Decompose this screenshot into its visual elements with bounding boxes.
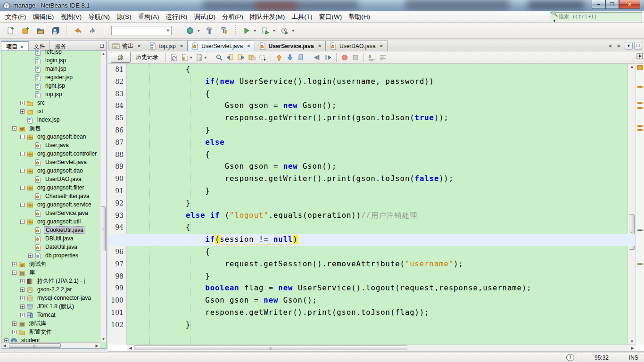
line-number[interactable]: 84: [108, 100, 126, 112]
editor-tab-top.jsp[interactable]: top.jsp✕: [145, 41, 188, 51]
expand-icon[interactable]: +: [20, 288, 25, 292]
tree-item-label[interactable]: 源包: [28, 124, 42, 132]
open-project-button[interactable]: [34, 24, 47, 37]
close-icon[interactable]: ✕: [137, 43, 141, 49]
source-view-button[interactable]: 源: [111, 52, 131, 63]
line-number[interactable]: 89: [108, 161, 126, 173]
error-stripe-mark[interactable]: [637, 263, 643, 265]
code-line[interactable]: }: [127, 197, 636, 210]
find-prev-button[interactable]: [225, 53, 235, 62]
line-number[interactable]: 85: [108, 112, 126, 124]
scroll-right-icon[interactable]: ▶: [94, 343, 100, 349]
line-number[interactable]: 82: [108, 76, 126, 88]
tree-item[interactable]: +测试库: [1, 319, 100, 328]
scroll-down-icon[interactable]: ▼: [100, 336, 107, 342]
tree-item-label[interactable]: txt: [36, 108, 45, 115]
tree-item[interactable]: -org.guangsoft.bean: [1, 132, 100, 141]
menu-item[interactable]: 帮助(H): [345, 11, 373, 23]
editor-horizontal-scrollbar[interactable]: ◀ ||| ▶: [127, 345, 636, 351]
error-stripe[interactable]: [636, 64, 644, 345]
code-line[interactable]: {: [127, 246, 636, 258]
new-project-button[interactable]: [19, 24, 32, 37]
tree-item[interactable]: +Tomcat: [1, 311, 100, 319]
tree-horizontal-scrollbar[interactable]: ◀ ||| ▶: [1, 342, 100, 348]
shift-left-button[interactable]: [313, 53, 322, 62]
tree-item-label[interactable]: UserServlet.java: [44, 159, 88, 165]
dropdown-arrow-icon[interactable]: ▾: [190, 55, 192, 60]
tree-item[interactable]: +right.jsp: [1, 82, 100, 90]
highlight-button[interactable]: [247, 53, 256, 62]
line-number[interactable]: 81: [108, 64, 126, 76]
tree-item-label[interactable]: org.guangsoft.bean: [36, 133, 87, 140]
editor-tab-UserServlet.java[interactable]: UserServlet.java✕: [187, 41, 255, 51]
menu-item[interactable]: 文件(F): [2, 11, 29, 23]
tree-item[interactable]: -org.guangsoft.filter: [1, 183, 100, 192]
line-number[interactable]: 83: [108, 88, 126, 100]
tree-item-label[interactable]: UserService.java: [44, 210, 90, 216]
split-window-icon[interactable]: [636, 53, 643, 59]
tree-item-label[interactable]: org.guangsoft.controller: [36, 150, 98, 157]
tree-item-label[interactable]: CookieUtil.java: [44, 226, 85, 234]
collapse-icon[interactable]: -: [20, 186, 25, 190]
collapse-icon[interactable]: -: [20, 169, 25, 173]
line-number[interactable]: 97: [108, 258, 126, 271]
expand-icon[interactable]: +: [12, 321, 17, 326]
tree-item-label[interactable]: gson-2.2.2.jar: [36, 286, 73, 293]
tree-item[interactable]: +register.jsp: [1, 73, 100, 82]
error-stripe-mark[interactable]: [637, 86, 643, 88]
collapse-icon[interactable]: -: [12, 271, 17, 275]
scrollbar-thumb[interactable]: |||: [134, 346, 407, 350]
dropdown-arrow-icon[interactable]: ▾: [198, 28, 200, 33]
tree-item-label[interactable]: 测试包: [28, 260, 48, 268]
debug-button[interactable]: 13: [259, 24, 272, 37]
maximize-button[interactable]: ❐: [605, 0, 619, 9]
tree-item[interactable]: +CookieUtil.java: [1, 226, 100, 234]
warning-status-icon[interactable]: [637, 65, 643, 70]
code-line[interactable]: {: [127, 149, 636, 161]
tree-item[interactable]: +db.properties: [1, 251, 100, 260]
dropdown-arrow-icon[interactable]: ▾: [254, 28, 256, 33]
code-line[interactable]: request.getSession().removeAttribute("us…: [127, 258, 636, 271]
tree-item[interactable]: +JDK 1.8 (默认): [1, 302, 100, 311]
tree-item[interactable]: +main.jsp: [1, 65, 100, 73]
scroll-tabs-left-button[interactable]: ◀: [606, 42, 614, 49]
menu-item[interactable]: 分析(P): [219, 11, 247, 23]
code-line[interactable]: else: [127, 137, 636, 149]
shift-right-button[interactable]: [323, 53, 333, 62]
find-next-button[interactable]: [236, 53, 246, 62]
tree-item[interactable]: +DBUtil.java: [1, 234, 100, 243]
run-button[interactable]: [240, 24, 253, 37]
tree-item-label[interactable]: main.jsp: [44, 66, 68, 72]
notification-cell[interactable]: 1: [561, 353, 580, 362]
collapse-icon[interactable]: -: [20, 152, 25, 156]
menu-item[interactable]: 运行(R): [163, 11, 191, 23]
close-icon[interactable]: ✕: [318, 43, 322, 49]
expand-icon[interactable]: +: [20, 313, 25, 317]
tree-item-label[interactable]: mysql-connector-java: [36, 295, 92, 301]
menu-item[interactable]: 源(S): [113, 11, 135, 23]
tree-item-label[interactable]: 测试库: [28, 320, 48, 328]
macro-stop-button[interactable]: [351, 53, 360, 62]
tree-item[interactable]: -库: [1, 268, 100, 277]
tree-item[interactable]: +index.jsp: [1, 115, 100, 124]
tree-item[interactable]: +txt: [1, 107, 100, 115]
collapse-icon[interactable]: -: [20, 220, 25, 224]
menu-item[interactable]: 工具(T): [288, 11, 315, 23]
line-number-gutter[interactable]: 8182838485868788899091929394969798991001…: [108, 64, 127, 345]
line-number[interactable]: 98: [108, 271, 126, 283]
quick-search[interactable]: 🔍▾: [550, 12, 642, 21]
tree-item-label[interactable]: 库: [28, 269, 36, 277]
tree-item[interactable]: +gson-2.2.2.jar: [1, 285, 100, 294]
scroll-left-icon[interactable]: ◀: [1, 343, 8, 349]
forward-button[interactable]: [195, 53, 204, 62]
profile-button[interactable]: [278, 24, 291, 37]
macro-record-button[interactable]: [340, 53, 349, 62]
error-stripe-mark[interactable]: [637, 129, 643, 131]
line-number[interactable]: 86: [108, 124, 126, 137]
code-line[interactable]: response.getWriter().print(gson.toJson(f…: [127, 173, 636, 185]
scroll-right-icon[interactable]: ▶: [629, 345, 636, 351]
last-edit-button[interactable]: [169, 53, 179, 62]
menu-item[interactable]: 导航(N): [85, 11, 113, 23]
code-line[interactable]: }: [127, 319, 636, 331]
code-line[interactable]: if(session != null): [127, 234, 636, 246]
